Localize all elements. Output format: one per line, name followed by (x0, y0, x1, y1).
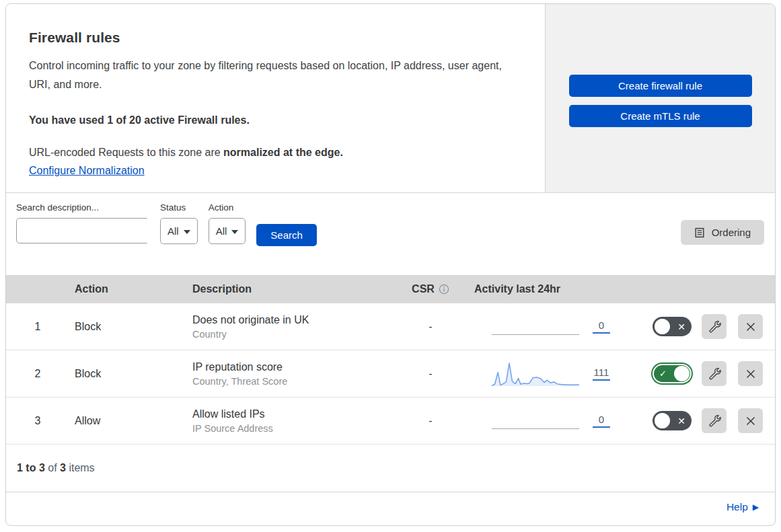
col-description: Description (187, 283, 392, 295)
ordering-list-icon (694, 227, 705, 238)
toggle-knob (655, 319, 670, 334)
rule-activity-cell: 0 ✓ ✕ (469, 313, 775, 340)
wrench-icon (708, 320, 721, 334)
toggle-knob (655, 413, 670, 428)
rule-activity-cell: 111 ✓ ✕ (469, 360, 775, 387)
close-icon (745, 368, 757, 380)
arrow-right-icon: ▶ (753, 502, 759, 512)
configure-normalization-link[interactable]: Configure Normalization (29, 165, 145, 177)
activity-sparkline (492, 408, 579, 434)
action-label: Action (209, 202, 246, 213)
header-actions-panel: Create firewall rule Create mTLS rule (546, 4, 775, 192)
delete-rule-button[interactable] (738, 408, 763, 433)
of-text: of (45, 462, 60, 473)
col-csr-label: CSR (412, 283, 435, 295)
toggle-knob (674, 366, 690, 381)
edit-rule-button[interactable] (702, 314, 727, 339)
table-header: Action Description CSR Activity last 24h… (6, 275, 775, 303)
rule-description-cell: IP reputation score Country, Threat Scor… (187, 361, 392, 387)
status-toggle[interactable]: ✓ ✕ (653, 364, 692, 383)
status-label: Status (160, 202, 198, 213)
pagination-summary: 1 to 3 of 3 items (6, 445, 775, 492)
rule-criteria: Country (192, 329, 392, 340)
search-input[interactable] (30, 219, 164, 243)
rule-description-cell: Does not originate in UK Country (187, 314, 392, 340)
help-bar: Help ▶ (6, 492, 775, 522)
items-text: items (66, 462, 95, 473)
header-text-panel: Firewall rules Control incoming traffic … (6, 4, 546, 192)
help-link-label: Help (727, 501, 748, 513)
firewall-rules-card: Firewall rules Control incoming traffic … (5, 3, 776, 526)
cross-icon: ✕ (677, 321, 685, 332)
rule-priority: 3 (6, 415, 69, 427)
action-select-value: All (216, 225, 227, 237)
info-icon[interactable] (439, 284, 449, 295)
activity-sparkline (492, 313, 579, 340)
page-title: Firewall rules (29, 30, 518, 46)
filter-bar: Search description... Status All Action … (6, 193, 775, 275)
ordering-button-label: Ordering (712, 227, 751, 238)
table-row: 1 Block Does not originate in UK Country… (6, 303, 775, 350)
header-section: Firewall rules Control incoming traffic … (6, 4, 775, 193)
table-row: 3 Allow Allow listed IPs IP Source Addre… (6, 397, 775, 445)
rule-priority: 1 (6, 321, 69, 333)
col-action: Action (69, 283, 187, 295)
close-icon (745, 321, 757, 333)
cross-icon: ✕ (677, 415, 685, 426)
rule-priority: 2 (6, 368, 69, 380)
help-link[interactable]: Help ▶ (727, 501, 759, 513)
delete-rule-button[interactable] (738, 361, 763, 386)
rule-activity-cell: 0 ✓ ✕ (469, 408, 775, 434)
normalization-prefix: URL-encoded Requests to this zone are (29, 147, 223, 158)
rule-criteria: IP Source Address (192, 423, 392, 434)
chevron-down-icon (231, 230, 238, 234)
col-activity: Activity last 24hr (469, 283, 775, 295)
edit-rule-button[interactable] (702, 408, 727, 433)
search-label: Search description... (16, 202, 149, 213)
rule-action: Block (69, 368, 187, 380)
rule-action: Block (69, 321, 187, 333)
rule-description: Does not originate in UK (192, 314, 392, 326)
check-icon: ✓ (659, 369, 667, 379)
col-csr: CSR (392, 283, 469, 295)
close-icon (745, 415, 757, 427)
rule-csr: - (392, 415, 469, 427)
chevron-down-icon (184, 230, 190, 234)
activity-sparkline (492, 360, 579, 387)
create-firewall-rule-button[interactable]: Create firewall rule (569, 75, 752, 97)
search-input-wrap (16, 218, 149, 243)
rule-criteria: Country, Threat Score (192, 376, 392, 387)
action-select[interactable]: All (209, 218, 246, 244)
status-toggle[interactable]: ✓ ✕ (653, 411, 692, 430)
ordering-button[interactable]: Ordering (681, 220, 764, 245)
rule-description-cell: Allow listed IPs IP Source Address (187, 408, 392, 434)
activity-count-link[interactable]: 0 (593, 414, 610, 428)
activity-count-link[interactable]: 0 (593, 319, 610, 334)
search-button[interactable]: Search (256, 224, 317, 246)
range-text: 1 to 3 (17, 462, 45, 473)
total-count: 3 (60, 462, 66, 473)
normalization-note: URL-encoded Requests to this zone are no… (29, 147, 518, 159)
rule-csr: - (392, 321, 469, 333)
rule-action: Allow (69, 415, 187, 427)
wrench-icon (708, 367, 721, 381)
table-row: 2 Block IP reputation score Country, Thr… (6, 350, 775, 397)
normalization-bold: normalized at the edge. (223, 147, 343, 158)
usage-summary: You have used 1 of 20 active Firewall ru… (29, 114, 518, 126)
status-select[interactable]: All (160, 218, 198, 244)
delete-rule-button[interactable] (738, 314, 763, 339)
rule-csr: - (392, 368, 469, 380)
activity-count-link[interactable]: 111 (593, 367, 610, 381)
wrench-icon (708, 414, 721, 428)
rule-description: Allow listed IPs (192, 408, 392, 420)
page-description: Control incoming traffic to your zone by… (29, 56, 508, 94)
rule-description: IP reputation score (192, 361, 392, 373)
status-toggle[interactable]: ✓ ✕ (653, 317, 692, 336)
create-mtls-rule-button[interactable]: Create mTLS rule (569, 105, 752, 127)
status-select-value: All (168, 225, 179, 237)
edit-rule-button[interactable] (702, 361, 727, 386)
